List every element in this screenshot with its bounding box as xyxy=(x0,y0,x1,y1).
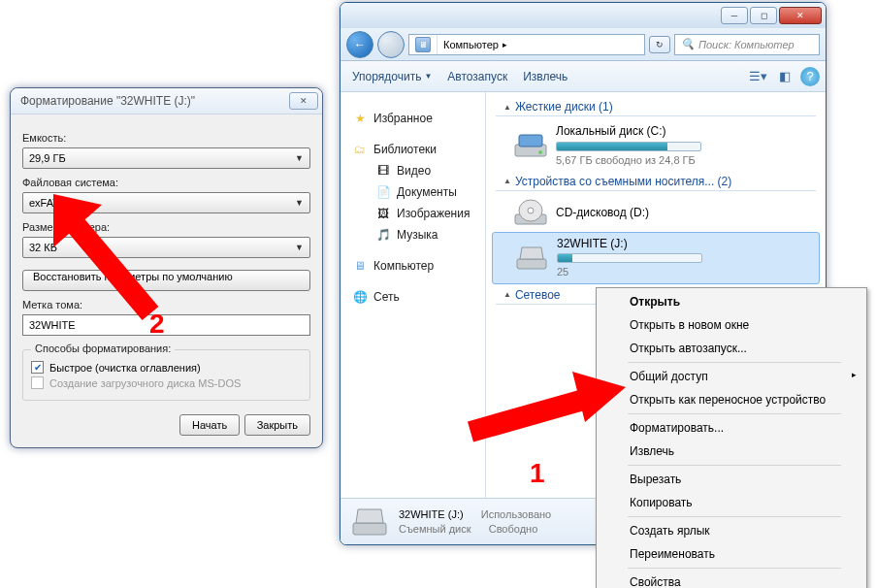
drive-c[interactable]: Локальный диск (C:) 5,67 ГБ свободно из … xyxy=(492,120,820,171)
search-icon: 🔍 xyxy=(681,38,695,50)
filesystem-value: exFAT xyxy=(29,197,59,209)
drive-j[interactable]: 32WHITE (J:) 25 xyxy=(492,232,820,284)
address-bar[interactable]: 🖥 Компьютер ▸ xyxy=(408,34,645,55)
svg-point-5 xyxy=(528,208,534,213)
svg-rect-6 xyxy=(517,259,546,269)
nav-tree[interactable]: ★Избранное 🗂Библиотеки 🎞Видео 📄Документы… xyxy=(341,92,486,498)
autoplay-button[interactable]: Автозапуск xyxy=(441,66,513,87)
tree-video[interactable]: 🎞Видео xyxy=(344,160,481,181)
dialog-titlebar[interactable]: Форматирование "32WHITE (J:)" ✕ xyxy=(11,88,322,114)
svg-marker-9 xyxy=(356,509,383,523)
collapse-icon: ▲ xyxy=(503,290,511,299)
format-dialog: Форматирование "32WHITE (J:)" ✕ Емкость:… xyxy=(10,87,323,448)
organize-button[interactable]: Упорядочить▼ xyxy=(346,66,438,87)
cd-icon xyxy=(513,199,548,228)
drive-d-title: CD-дисковод (D:) xyxy=(556,206,649,221)
drive-j-sub: 25 xyxy=(557,265,702,278)
quick-format-checkbox[interactable]: ✔ Быстрое (очистка оглавления) xyxy=(31,361,302,374)
collapse-icon: ▲ xyxy=(503,103,511,112)
caret-down-icon: ▼ xyxy=(424,72,432,81)
group-removable[interactable]: ▲Устройства со съемными носителя... (2) xyxy=(492,171,820,190)
close-button[interactable]: Закрыть xyxy=(244,414,310,436)
filesystem-combo[interactable]: exFAT ▼ xyxy=(22,192,310,213)
tree-network[interactable]: 🌐Сеть xyxy=(344,286,481,308)
context-menu[interactable]: Открыть Открыть в новом окне Открыть авт… xyxy=(596,287,867,588)
drive-d[interactable]: CD-дисковод (D:) xyxy=(492,195,820,232)
svg-marker-7 xyxy=(520,247,543,259)
tree-computer[interactable]: 🖥Компьютер xyxy=(344,255,481,277)
checkbox-icon: ✔ xyxy=(31,361,44,374)
drive-j-title: 32WHITE (J:) xyxy=(557,237,702,252)
drive-c-sub: 5,67 ГБ свободно из 24,8 ГБ xyxy=(556,153,701,167)
group-hard-disks[interactable]: ▲Жесткие диски (1) xyxy=(492,96,820,115)
annotation-number-1: 1 xyxy=(530,458,545,489)
view-icon[interactable]: ☰▾ xyxy=(746,66,769,87)
chevron-down-icon: ▼ xyxy=(295,243,304,252)
window-titlebar[interactable]: ─ ◻ ✕ xyxy=(341,3,826,28)
refresh-icon[interactable]: ↻ xyxy=(649,36,670,53)
network-icon: 🌐 xyxy=(352,289,368,305)
status-free-label: Свободно xyxy=(489,522,538,536)
volume-input[interactable]: 32WHITE xyxy=(22,314,310,336)
cluster-label: Размер кластера: xyxy=(22,221,310,233)
ctx-create-shortcut[interactable]: Создать ярлык xyxy=(599,519,864,542)
close-icon[interactable]: ✕ xyxy=(779,7,822,24)
msdos-boot-checkbox: Создание загрузочного диска MS-DOS xyxy=(31,376,302,389)
images-icon: 🖼 xyxy=(375,206,391,221)
minimize-icon[interactable]: ─ xyxy=(721,7,748,24)
close-icon[interactable]: ✕ xyxy=(289,92,318,110)
music-icon: 🎵 xyxy=(375,227,391,243)
video-icon: 🎞 xyxy=(375,163,391,179)
ctx-open-autorun[interactable]: Открыть автозапуск... xyxy=(599,337,864,360)
tree-music[interactable]: 🎵Музыка xyxy=(344,224,481,245)
forward-button: → xyxy=(377,31,405,58)
tree-documents[interactable]: 📄Документы xyxy=(344,181,481,203)
collapse-icon: ▲ xyxy=(503,177,511,185)
nav-bar: ← → 🖥 Компьютер ▸ ↻ 🔍 Поиск: Компьютер xyxy=(341,28,826,61)
search-input[interactable]: 🔍 Поиск: Компьютер xyxy=(674,34,820,55)
help-icon[interactable]: ? xyxy=(800,67,820,86)
removable-drive-icon xyxy=(514,244,549,273)
ctx-open[interactable]: Открыть xyxy=(599,290,864,313)
group-title: Способы форматирования: xyxy=(31,343,175,354)
tree-libraries[interactable]: 🗂Библиотеки xyxy=(344,139,481,160)
computer-icon: 🖥 xyxy=(415,37,431,52)
chevron-down-icon: ▼ xyxy=(295,198,304,208)
toolbar: Упорядочить▼ Автозапуск Извлечь ☰▾ ◧ ? xyxy=(341,61,826,92)
status-used-label: Использовано xyxy=(481,507,551,521)
restore-defaults-button[interactable]: Восстановить параметры по умолчанию xyxy=(22,270,310,291)
maximize-icon[interactable]: ◻ xyxy=(750,7,777,24)
cluster-value: 32 КБ xyxy=(29,242,57,253)
star-icon: ★ xyxy=(352,111,368,126)
start-button[interactable]: Начать xyxy=(179,414,240,436)
back-button[interactable]: ← xyxy=(346,31,373,58)
ctx-properties[interactable]: Свойства xyxy=(599,571,864,588)
removable-drive-icon xyxy=(350,505,389,539)
preview-pane-icon[interactable]: ◧ xyxy=(773,66,796,87)
ctx-cut[interactable]: Вырезать xyxy=(599,468,864,491)
hdd-icon xyxy=(513,131,548,160)
tree-images[interactable]: 🖼Изображения xyxy=(344,203,481,224)
ctx-eject[interactable]: Извлечь xyxy=(599,440,864,463)
eject-button[interactable]: Извлечь xyxy=(517,66,573,87)
ctx-rename[interactable]: Переименовать xyxy=(599,542,864,566)
ctx-format[interactable]: Форматировать... xyxy=(599,416,864,440)
ctx-open-new-window[interactable]: Открыть в новом окне xyxy=(599,313,864,337)
filesystem-label: Файловая система: xyxy=(22,177,310,188)
chevron-down-icon: ▼ xyxy=(295,153,304,163)
breadcrumb-segment[interactable]: Компьютер ▸ xyxy=(438,35,513,54)
status-type: Съемный диск xyxy=(399,522,471,536)
capacity-combo[interactable]: 29,9 ГБ ▼ xyxy=(22,147,310,169)
ctx-copy[interactable]: Копировать xyxy=(599,491,864,514)
cluster-combo[interactable]: 32 КБ ▼ xyxy=(22,237,310,258)
svg-point-2 xyxy=(538,150,542,154)
libraries-icon: 🗂 xyxy=(352,142,368,157)
ctx-share[interactable]: Общий доступ xyxy=(599,365,864,388)
capacity-label: Емкость: xyxy=(22,132,310,144)
ctx-portable[interactable]: Открыть как переносное устройство xyxy=(599,388,864,411)
annotation-number-2: 2 xyxy=(149,309,165,340)
tree-favorites[interactable]: ★Избранное xyxy=(344,108,481,129)
capacity-value: 29,9 ГБ xyxy=(29,152,66,164)
checkbox-icon xyxy=(31,376,44,389)
documents-icon: 📄 xyxy=(375,184,391,200)
